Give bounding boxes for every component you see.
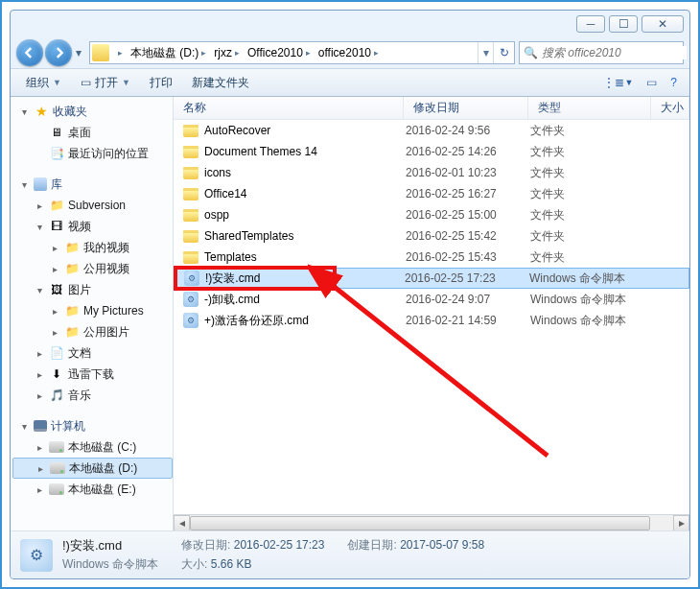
breadcrumb-seg-3[interactable]: office2010▸: [315, 42, 383, 63]
tree-subversion[interactable]: ▸📁Subversion: [12, 195, 173, 216]
file-name: !)安装.cmd: [205, 271, 260, 287]
folder-icon: 📁: [64, 261, 80, 276]
file-date: 2016-02-01 10:23: [406, 166, 530, 179]
col-date[interactable]: 修改日期: [404, 97, 528, 119]
breadcrumb-seg-2[interactable]: Office2010▸: [244, 42, 315, 63]
file-row[interactable]: ⚙!)安装.cmd2016-02-25 17:23Windows 命令脚本: [174, 268, 689, 289]
help-button[interactable]: ?: [665, 73, 682, 92]
file-type: 文件夹: [530, 165, 653, 181]
file-name: SharedTemplates: [204, 229, 293, 243]
breadcrumb-seg-1[interactable]: rjxz▸: [210, 42, 244, 63]
tree-pictures[interactable]: ▾🖼图片: [12, 279, 173, 300]
address-bar[interactable]: ▸ 本地磁盘 (D:)▸ rjxz▸ Office2010▸ office201…: [89, 41, 515, 64]
file-date: 2016-02-25 14:26: [406, 145, 530, 158]
file-date: 2016-02-25 15:00: [406, 208, 530, 222]
tree-music[interactable]: ▸🎵音乐: [12, 385, 173, 406]
search-box[interactable]: 🔍: [519, 41, 684, 64]
nav-row: ▾ ▸ 本地磁盘 (D:)▸ rjxz▸ Office2010▸ office2…: [11, 37, 689, 68]
tree-computer[interactable]: ▾计算机: [12, 415, 173, 436]
navigation-pane[interactable]: ▾★收藏夹 🖥桌面 📑最近访问的位置 ▾库 ▸📁Subversion ▾🎞视频 …: [11, 97, 174, 530]
tree-my-video[interactable]: ▸📁我的视频: [12, 237, 173, 258]
explorer-window: ─ ☐ ✕ ▾ ▸ 本地磁盘 (D:)▸ rjxz▸ Office2010▸ o…: [10, 10, 690, 579]
file-row[interactable]: ⚙+)激活备份还原.cmd2016-02-21 14:59Windows 命令脚…: [174, 310, 689, 331]
file-row[interactable]: icons2016-02-01 10:23文件夹: [174, 162, 689, 183]
tree-recent[interactable]: 📑最近访问的位置: [12, 143, 173, 164]
folder-icon: 📁: [64, 303, 80, 318]
scroll-right-button[interactable]: ▸: [673, 515, 689, 531]
search-input[interactable]: [542, 46, 687, 59]
drive-icon: [50, 462, 65, 474]
titlebar: ─ ☐ ✕: [11, 11, 689, 37]
library-icon: [34, 177, 47, 191]
scroll-thumb[interactable]: [190, 516, 650, 530]
folder-icon: 📁: [64, 240, 80, 255]
file-date: 2016-02-24 9:07: [406, 293, 530, 306]
computer-icon: [34, 420, 47, 432]
preview-pane-button[interactable]: ▭: [642, 73, 662, 92]
cmd-icon: ⚙: [183, 313, 198, 328]
toolbar: 组织 ▼ ▭打开 ▼ 打印 新建文件夹 ⋮≣ ▼ ▭ ?: [11, 68, 689, 97]
refresh-button[interactable]: ↻: [493, 42, 514, 63]
tree-xunlei[interactable]: ▸⬇迅雷下载: [12, 364, 173, 385]
tree-desktop[interactable]: 🖥桌面: [12, 122, 173, 143]
folder-icon: [183, 207, 198, 223]
scroll-left-button[interactable]: ◂: [174, 515, 190, 531]
video-icon: 🎞: [49, 219, 64, 234]
nav-history-dropdown[interactable]: ▾: [72, 44, 85, 61]
tree-drive-d[interactable]: ▸本地磁盘 (D:): [12, 458, 173, 479]
close-button[interactable]: ✕: [642, 15, 684, 33]
forward-button[interactable]: [45, 39, 72, 66]
cmd-icon: ⚙: [184, 271, 199, 286]
tree-video[interactable]: ▾🎞视频: [12, 216, 173, 237]
new-folder-button[interactable]: 新建文件夹: [184, 72, 257, 94]
col-name[interactable]: 名称: [174, 97, 404, 119]
horizontal-scrollbar[interactable]: ◂ ▸: [174, 514, 689, 530]
maximize-button[interactable]: ☐: [609, 15, 638, 33]
folder-icon: [183, 249, 198, 265]
col-size[interactable]: 大小: [651, 97, 689, 119]
file-row[interactable]: Office142016-02-25 16:27文件夹: [174, 183, 689, 204]
file-name: Office14: [204, 187, 246, 200]
tree-libraries[interactable]: ▾库: [12, 174, 173, 195]
file-date: 2016-02-25 15:42: [406, 229, 530, 243]
tree-favorites[interactable]: ▾★收藏夹: [12, 101, 173, 122]
folder-icon: [183, 186, 198, 201]
tree-documents[interactable]: ▸📄文档: [12, 342, 173, 364]
print-button[interactable]: 打印: [142, 72, 180, 94]
minimize-button[interactable]: ─: [576, 15, 605, 33]
back-button[interactable]: [16, 39, 43, 66]
tree-public-pictures[interactable]: ▸📁公用图片: [12, 321, 173, 342]
file-row[interactable]: ⚙-)卸载.cmd2016-02-24 9:07Windows 命令脚本: [174, 289, 689, 310]
open-button[interactable]: ▭打开 ▼: [73, 72, 138, 94]
tree-drive-e[interactable]: ▸本地磁盘 (E:): [12, 479, 173, 500]
document-icon: 📄: [49, 345, 64, 361]
file-row[interactable]: SharedTemplates2016-02-25 15:42文件夹: [174, 225, 689, 247]
breadcrumb-seg-0[interactable]: 本地磁盘 (D:)▸: [127, 42, 210, 63]
file-row[interactable]: AutoRecover2016-02-24 9:56文件夹: [174, 120, 689, 141]
address-dropdown[interactable]: ▾: [478, 42, 493, 63]
file-name: -)卸载.cmd: [204, 292, 260, 308]
view-options-button[interactable]: ⋮≣ ▼: [598, 73, 638, 92]
tree-public-video[interactable]: ▸📁公用视频: [12, 258, 173, 279]
col-type[interactable]: 类型: [528, 97, 651, 119]
file-type: 文件夹: [530, 144, 653, 160]
recent-icon: 📑: [49, 146, 64, 161]
file-type: Windows 命令脚本: [530, 313, 653, 329]
file-name: Document Themes 14: [204, 145, 317, 158]
organize-menu[interactable]: 组织 ▼: [18, 72, 69, 94]
cmd-icon: ⚙: [183, 292, 198, 307]
file-type: Windows 命令脚本: [530, 292, 653, 308]
file-name: AutoRecover: [204, 124, 270, 137]
file-row[interactable]: Templates2016-02-25 15:43文件夹: [174, 247, 689, 268]
file-row[interactable]: ospp2016-02-25 15:00文件夹: [174, 204, 689, 225]
column-headers: 名称 修改日期 类型 大小: [174, 97, 689, 120]
tree-drive-c[interactable]: ▸本地磁盘 (C:): [12, 436, 173, 458]
file-row[interactable]: Document Themes 142016-02-25 14:26文件夹: [174, 141, 689, 162]
file-name: Templates: [204, 250, 257, 264]
breadcrumb-root[interactable]: ▸: [111, 42, 127, 63]
desktop-icon: 🖥: [49, 125, 64, 140]
file-list-pane: 名称 修改日期 类型 大小 AutoRecover2016-02-24 9:56…: [174, 97, 689, 530]
tree-my-pictures[interactable]: ▸📁My Pictures: [12, 300, 173, 321]
details-filename: !)安装.cmd: [62, 537, 158, 554]
folder-icon: [183, 123, 198, 138]
